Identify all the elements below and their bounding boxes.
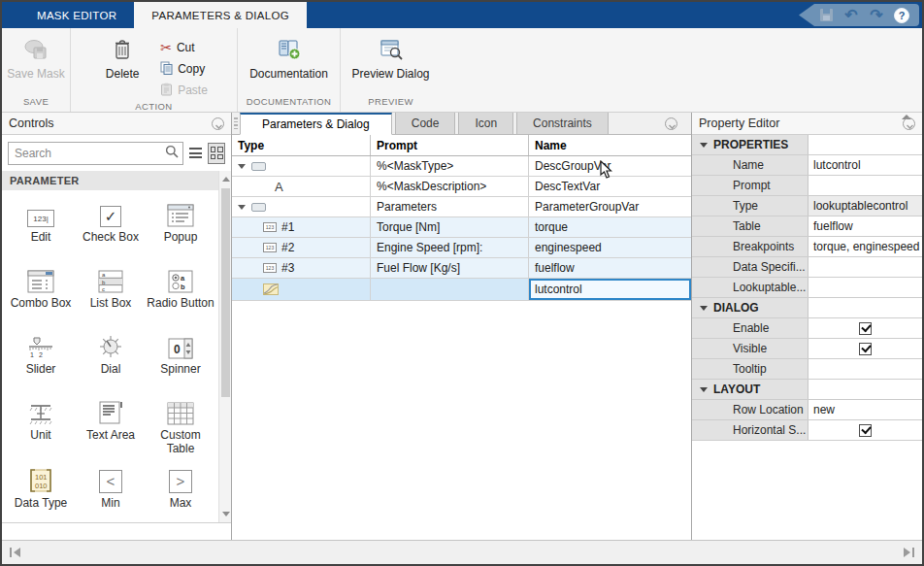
section-collapse-icon[interactable] [700,387,708,392]
controls-scrollbar[interactable] [218,171,231,522]
checkbox-checked[interactable] [859,322,872,335]
save-icon[interactable] [818,8,834,23]
cell-name[interactable]: torque [529,217,691,237]
section-dialog[interactable]: DIALOG [692,298,922,318]
table-row-fuelflow[interactable]: 123#3 Fuel Flow [Kg/s] fuelflow [232,258,691,279]
table-row-torque[interactable]: 123#1 Torque [Nm] torque [232,217,691,238]
property-row-row-location[interactable]: Row Location new [692,400,922,420]
delete-button[interactable]: Delete [94,32,150,83]
undo-icon[interactable]: ↶ [843,8,859,23]
control-spinner[interactable]: 0 Spinner [146,332,215,388]
tab-parameters-and-dialog[interactable]: Parameters & Dialog [240,113,392,135]
preview-dialog-button[interactable]: Preview Dialog [346,32,435,83]
collapse-right-panel-icon[interactable] [904,548,914,557]
control-combo-box[interactable]: Combo Box [6,266,76,322]
control-slider[interactable]: 12 Slider [6,332,76,388]
cell-name[interactable]: fuelflow [529,258,691,278]
section-collapse-icon[interactable] [700,306,708,311]
cell-name[interactable]: DescTextVar [529,177,691,196]
drag-grip-icon[interactable] [232,113,240,134]
section-properties[interactable]: PROPERTIES [692,135,922,155]
property-value[interactable] [808,257,922,277]
property-row-visible[interactable]: Visible [692,339,922,359]
grid-view-button[interactable] [208,143,225,164]
table-row-desc-text[interactable]: A %<MaskDescription> DescTextVar [232,177,691,197]
copy-button[interactable]: Copy [154,58,214,80]
control-list-box[interactable]: abc List Box [76,266,146,322]
property-row-breakpoints[interactable]: Breakpoints torque, enginespeed [692,237,922,257]
collapse-panel-icon[interactable] [665,117,677,130]
collapse-toolstrip-icon[interactable] [902,98,914,108]
section-collapse-icon[interactable] [700,143,708,148]
cell-name-editing[interactable]: lutcontrol [529,279,691,300]
control-text-area[interactable]: Text Area [76,398,146,456]
column-header-type[interactable]: Type [232,135,371,155]
checkbox-checked[interactable] [859,343,872,355]
property-row-data-specification[interactable]: Data Specifi... [692,257,922,278]
collapse-panel-icon[interactable] [903,117,915,130]
property-value[interactable]: lutcontrol [808,155,922,175]
table-row-parameters-group[interactable]: Parameters ParameterGroupVar [232,197,691,217]
scroll-up-icon[interactable] [219,173,231,185]
collapse-panel-icon[interactable] [212,117,224,130]
cell-prompt[interactable] [371,279,529,300]
documentation-button[interactable]: Documentation [244,32,334,83]
property-row-type[interactable]: Type lookuptablecontrol [692,196,922,216]
control-popup[interactable]: Popup [146,200,215,256]
cell-prompt[interactable]: Engine Speed [rpm]: [371,238,529,257]
tab-constraints[interactable]: Constraints [516,113,609,134]
property-value[interactable]: torque, enginespeed [808,237,922,256]
control-dial[interactable]: Dial [76,332,146,388]
table-row-lutcontrol[interactable]: lutcontrol [232,279,691,301]
collapse-left-panel-icon[interactable] [10,548,20,557]
cell-prompt[interactable]: %<MaskDescription> [371,177,529,196]
collapse-triangle-icon[interactable] [238,205,246,210]
collapse-triangle-icon[interactable] [238,164,246,169]
save-mask-button[interactable]: Save Mask [8,32,64,83]
control-check-box[interactable]: ✓ Check Box [76,200,146,256]
cut-button[interactable]: ✂ Cut [154,37,214,58]
control-max[interactable]: > Max [146,466,215,522]
control-edit[interactable]: 123| Edit [6,200,76,256]
property-value[interactable] [808,176,922,195]
scrollbar-thumb[interactable] [221,188,230,397]
control-min[interactable]: < Min [76,466,146,522]
table-row-desc-group[interactable]: %<MaskType> DescGroupVar [232,156,691,177]
control-radio-button[interactable]: ab Radio Button [146,266,215,322]
property-value[interactable]: fuelflow [808,216,922,236]
redo-icon[interactable]: ↷ [869,8,884,23]
help-icon[interactable]: ? [894,8,909,23]
property-row-horizontal-stretch[interactable]: Horizontal S... [692,420,922,441]
scroll-down-icon[interactable] [219,508,231,520]
property-value[interactable]: new [808,400,922,419]
control-unit[interactable]: Unit [6,398,76,456]
property-row-lookuptable[interactable]: Lookuptable... [692,278,922,298]
column-header-name[interactable]: Name [529,135,691,155]
column-header-prompt[interactable]: Prompt [371,135,529,155]
property-row-tooltip[interactable]: Tooltip [692,359,922,380]
list-view-button[interactable] [187,143,204,164]
cell-prompt[interactable]: Fuel Flow [Kg/s] [371,258,529,278]
property-row-table[interactable]: Table fuelflow [692,216,922,237]
parameter-section-header[interactable]: PARAMETER [2,171,218,190]
property-row-name[interactable]: Name lutcontrol [692,155,922,176]
table-row-enginespeed[interactable]: 123#2 Engine Speed [rpm]: enginespeed [232,238,691,258]
cell-prompt[interactable]: %<MaskType> [371,156,529,176]
tab-icon[interactable]: Icon [458,113,513,134]
property-row-prompt[interactable]: Prompt [692,176,922,196]
cell-prompt[interactable]: Torque [Nm] [371,217,529,237]
section-layout[interactable]: LAYOUT [692,380,922,400]
control-custom-table[interactable]: Custom Table [146,398,215,456]
control-data-type[interactable]: 101010 Data Type [6,466,76,522]
search-input[interactable] [15,147,165,160]
tab-parameters-dialog[interactable]: PARAMETERS & DIALOG [134,2,307,28]
property-value[interactable] [808,359,922,379]
cell-prompt[interactable]: Parameters [371,197,529,216]
property-row-enable[interactable]: Enable [692,318,922,339]
cell-name[interactable]: enginespeed [529,238,691,257]
cell-name[interactable]: ParameterGroupVar [529,197,691,216]
checkbox-checked[interactable] [859,424,872,437]
tab-code[interactable]: Code [395,113,456,134]
paste-button[interactable]: Paste [154,80,214,101]
property-value[interactable] [808,278,922,297]
